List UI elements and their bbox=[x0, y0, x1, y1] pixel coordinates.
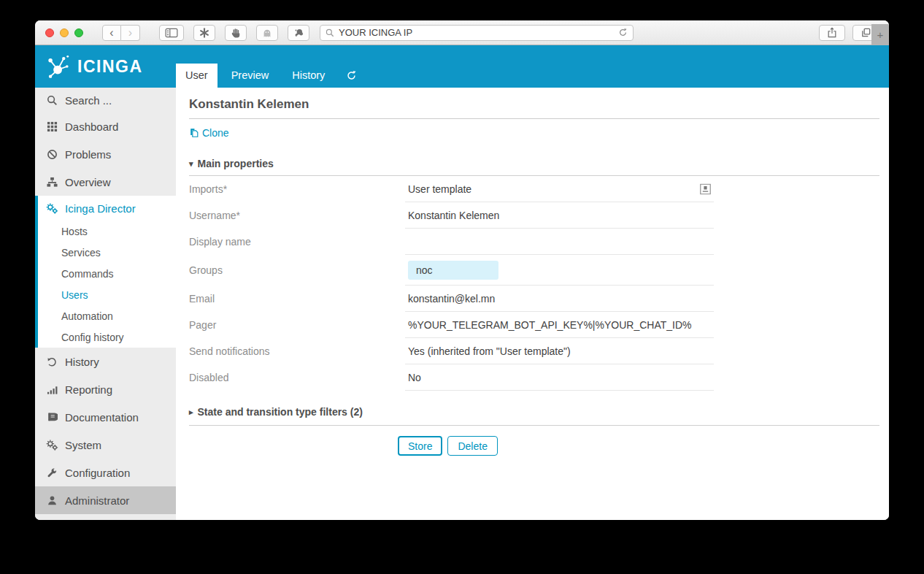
zoom-window-button[interactable] bbox=[74, 28, 83, 37]
tab-preview[interactable]: Preview bbox=[222, 64, 279, 88]
wrench-icon bbox=[45, 467, 58, 478]
sidebar-item-config-history[interactable]: Config history bbox=[38, 326, 176, 348]
reload-icon[interactable] bbox=[618, 28, 628, 37]
url-text: YOUR ICINGA IP bbox=[339, 27, 618, 38]
sidebar-nav: Search ... Dashboard Problems Overview bbox=[35, 88, 176, 520]
close-window-button[interactable] bbox=[45, 28, 54, 37]
sidebar-item-dashboard[interactable]: Dashboard bbox=[35, 112, 176, 140]
form-row-send-notifications: Send notifications Yes (inherited from "… bbox=[189, 338, 879, 364]
field-label: Disabled bbox=[189, 364, 405, 391]
sidebar-search[interactable]: Search ... bbox=[35, 88, 176, 112]
sidebar-item-system[interactable]: System bbox=[35, 431, 176, 459]
disabled-field[interactable]: No bbox=[405, 364, 714, 391]
send-notifications-field[interactable]: Yes (inherited from "User template") bbox=[405, 338, 714, 364]
sidebar-item-overview[interactable]: Overview bbox=[35, 168, 176, 196]
back-button[interactable]: ‹ bbox=[102, 25, 121, 41]
sidebar-item-label: Configuration bbox=[65, 467, 130, 479]
minimize-window-button[interactable] bbox=[60, 28, 69, 37]
clone-link[interactable]: Clone bbox=[189, 127, 229, 139]
sidebar-item-hosts[interactable]: Hosts bbox=[38, 221, 176, 242]
clone-label: Clone bbox=[202, 127, 229, 139]
field-value: Yes (inherited from "User template") bbox=[408, 345, 571, 357]
field-label: Imports* bbox=[189, 176, 405, 202]
store-button[interactable]: Store bbox=[398, 436, 442, 456]
ban-icon bbox=[45, 149, 58, 160]
sidebar-item-label: Dashboard bbox=[65, 120, 118, 133]
icinga-molecule-icon bbox=[44, 52, 73, 81]
sidebar-item-services[interactable]: Services bbox=[38, 242, 176, 263]
sidebar-item-documentation[interactable]: Documentation bbox=[35, 403, 176, 431]
history-icon bbox=[45, 356, 58, 367]
sidebar-item-problems[interactable]: Problems bbox=[35, 140, 176, 168]
sidebar-search-label: Search ... bbox=[65, 94, 112, 107]
form-row-display-name: Display name bbox=[189, 229, 879, 255]
sidebar-item-reporting[interactable]: Reporting bbox=[35, 375, 176, 403]
sidebar-item-history[interactable]: History bbox=[35, 348, 176, 375]
sidebar-item-icinga-director[interactable]: Icinga Director bbox=[38, 196, 176, 221]
imports-field[interactable]: User template bbox=[405, 176, 714, 202]
extension-asterisk-button[interactable] bbox=[193, 25, 215, 41]
hand-icon bbox=[231, 28, 241, 38]
user-icon bbox=[45, 495, 58, 506]
app-header-band: ICINGA User Preview History bbox=[35, 45, 889, 88]
extension-ghost-button[interactable] bbox=[256, 25, 278, 41]
refresh-icon[interactable] bbox=[346, 70, 357, 81]
field-label: Groups bbox=[189, 255, 405, 286]
extension-elephant-button[interactable] bbox=[288, 25, 309, 41]
pager-field[interactable]: %YOUR_TELEGRAM_BOT_API_KEY%|%YOUR_CHAT_I… bbox=[405, 312, 714, 338]
form-row-username: Username* Konstantin Kelemen bbox=[189, 202, 879, 229]
toolbar-right-group bbox=[819, 25, 879, 41]
section-state-filters[interactable]: ▸ State and transition type filters (2) bbox=[189, 406, 879, 426]
sidebar-section-director: Icinga Director Hosts Services Commands … bbox=[35, 196, 176, 348]
sidebar-item-label: System bbox=[65, 439, 101, 451]
section-main-properties[interactable]: ▾ Main properties bbox=[189, 158, 879, 176]
sidebar-toggle-button[interactable] bbox=[159, 25, 184, 41]
sidebar-item-label: Overview bbox=[65, 176, 111, 188]
field-value: No bbox=[408, 372, 421, 383]
section-title: State and transition type filters (2) bbox=[198, 406, 363, 418]
share-button[interactable] bbox=[819, 25, 845, 41]
extension-hand-button[interactable] bbox=[225, 25, 247, 41]
sidebar-item-automation[interactable]: Automation bbox=[38, 305, 176, 326]
search-icon bbox=[45, 95, 58, 106]
caret-right-icon: ▸ bbox=[189, 407, 193, 417]
field-label: Pager bbox=[189, 312, 405, 338]
groups-field[interactable]: noc bbox=[405, 255, 714, 286]
group-chip[interactable]: noc bbox=[408, 261, 498, 280]
forward-icon: › bbox=[128, 26, 132, 39]
sidebar-item-label: Icinga Director bbox=[65, 202, 136, 215]
sidebar-item-label: Documentation bbox=[65, 411, 139, 424]
sidebar-item-users[interactable]: Users bbox=[38, 284, 176, 305]
tab-user[interactable]: User bbox=[176, 64, 217, 88]
browser-toolbar: ‹ › bbox=[35, 20, 889, 45]
field-value: Konstantin Kelemen bbox=[408, 210, 499, 221]
extensible-set-icon[interactable] bbox=[700, 183, 711, 194]
sidebar-item-configuration[interactable]: Configuration bbox=[35, 459, 176, 486]
plus-icon: + bbox=[877, 28, 884, 41]
forward-button[interactable]: › bbox=[121, 25, 140, 41]
tabs-overview-icon bbox=[861, 27, 871, 38]
sidebar-item-commands[interactable]: Commands bbox=[38, 263, 176, 284]
icinga-logo[interactable]: ICINGA bbox=[35, 45, 176, 88]
tab-history[interactable]: History bbox=[282, 64, 334, 88]
dashboard-grid-icon bbox=[45, 121, 58, 132]
address-bar[interactable]: YOUR ICINGA IP bbox=[320, 25, 634, 41]
field-label: Email bbox=[189, 286, 405, 312]
book-icon bbox=[45, 412, 58, 423]
field-label: Display name bbox=[189, 229, 405, 255]
delete-button[interactable]: Delete bbox=[447, 436, 497, 456]
email-field[interactable]: konstantin@kel.mn bbox=[405, 286, 714, 312]
sidebar-item-administrator[interactable]: Administrator bbox=[35, 486, 176, 514]
field-value: User template bbox=[408, 183, 471, 195]
new-tab-button[interactable]: + bbox=[871, 24, 889, 45]
field-value: konstantin@kel.mn bbox=[408, 293, 495, 305]
sidebar-item-label: History bbox=[65, 356, 99, 368]
clone-icon bbox=[189, 128, 199, 138]
section-title: Main properties bbox=[198, 158, 274, 169]
sidebar-item-label: Problems bbox=[65, 148, 111, 161]
display-name-field[interactable] bbox=[405, 229, 714, 255]
username-field[interactable]: Konstantin Kelemen bbox=[405, 202, 714, 229]
form-actions: Store Delete bbox=[398, 436, 879, 456]
asterisk-icon bbox=[199, 28, 209, 38]
sidebar-item-label: Reporting bbox=[65, 383, 112, 396]
